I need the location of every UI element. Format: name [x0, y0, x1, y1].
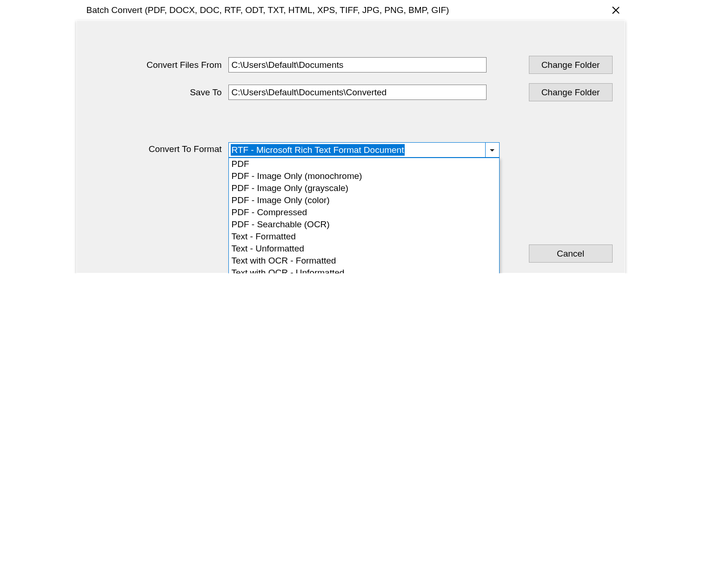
format-option[interactable]: PDF - Image Only (monochrome) [229, 170, 499, 182]
format-option[interactable]: PDF - Image Only (grayscale) [229, 182, 499, 194]
format-option[interactable]: Text with OCR - Unformatted [229, 267, 499, 273]
change-folder-to-button[interactable]: Change Folder [529, 83, 613, 101]
change-folder-from-button[interactable]: Change Folder [529, 56, 613, 74]
format-combo[interactable]: RTF - Microsoft Rich Text Format Documen… [228, 142, 500, 158]
batch-convert-dialog: Batch Convert (PDF, DOCX, DOC, RTF, ODT,… [76, 0, 625, 273]
format-combo-value-box: RTF - Microsoft Rich Text Format Documen… [229, 143, 485, 157]
format-dropdown[interactable]: PDFPDF - Image Only (monochrome)PDF - Im… [228, 158, 500, 273]
save-to-label: Save To [89, 87, 224, 98]
chevron-down-icon [490, 149, 494, 152]
format-combo-wrap: RTF - Microsoft Rich Text Format Documen… [228, 142, 500, 158]
format-option[interactable]: PDF - Compressed [229, 206, 499, 218]
convert-from-row: Convert Files From Change Folder [89, 56, 613, 74]
convert-from-label: Convert Files From [89, 60, 224, 70]
format-combo-selected-value: RTF - Microsoft Rich Text Format Documen… [231, 144, 405, 156]
format-combo-button[interactable] [485, 143, 499, 157]
titlebar: Batch Convert (PDF, DOCX, DOC, RTF, ODT,… [76, 0, 625, 20]
format-option[interactable]: Text - Formatted [229, 231, 499, 243]
convert-from-input[interactable] [228, 57, 487, 73]
convert-format-row: Convert To Format RTF - Microsoft Rich T… [89, 142, 613, 158]
dialog-body: Convert Files From Change Folder Save To… [76, 20, 625, 273]
format-option[interactable]: PDF [229, 158, 499, 170]
cancel-button[interactable]: Cancel [529, 244, 613, 263]
convert-format-label: Convert To Format [89, 142, 224, 154]
format-option[interactable]: Text - Unformatted [229, 243, 499, 255]
format-option[interactable]: PDF - Searchable (OCR) [229, 218, 499, 231]
save-to-row: Save To Change Folder [89, 83, 613, 101]
close-icon[interactable] [612, 7, 620, 14]
format-option[interactable]: Text with OCR - Formatted [229, 255, 499, 267]
window-title: Batch Convert (PDF, DOCX, DOC, RTF, ODT,… [87, 5, 449, 15]
format-option[interactable]: PDF - Image Only (color) [229, 194, 499, 206]
save-to-input[interactable] [228, 85, 487, 100]
